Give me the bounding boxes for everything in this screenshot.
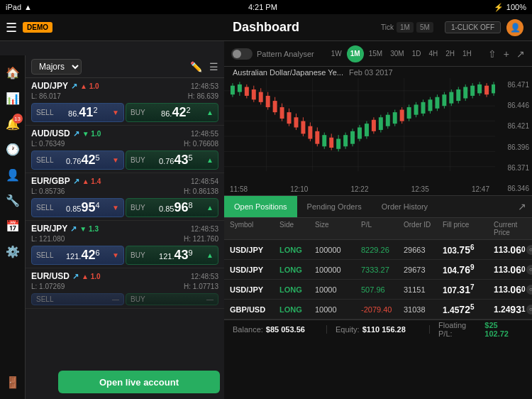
crosshair-icon[interactable]: + bbox=[504, 48, 509, 60]
sidebar-item-person[interactable]: 👤 bbox=[1, 163, 24, 186]
svg-rect-80 bbox=[470, 86, 475, 96]
top-bar: ☰ DEMO bbox=[0, 14, 224, 41]
svg-rect-16 bbox=[245, 87, 249, 95]
sell-button-eurusd[interactable]: SELL — bbox=[31, 293, 124, 305]
buy-button-audusd[interactable]: BUY 0.76435 ▲ bbox=[126, 151, 218, 170]
sidebar-item-home[interactable]: 🏠 bbox=[1, 61, 24, 84]
cell-pl-2: 507.96 bbox=[361, 285, 404, 294]
period-2h-btn[interactable]: 2H bbox=[443, 48, 458, 59]
period-1w-btn[interactable]: 1W bbox=[328, 48, 345, 59]
sidebar-item-chart[interactable]: 📊 bbox=[1, 87, 24, 109]
account-icon[interactable]: 👤 bbox=[506, 19, 523, 36]
floating-label: Floating P/L: bbox=[438, 321, 482, 338]
sell-button-eurgbp[interactable]: SELL 0.85954 ▼ bbox=[31, 198, 124, 217]
svg-rect-76 bbox=[456, 89, 460, 101]
hamburger-icon[interactable]: ☰ bbox=[6, 20, 17, 35]
pattern-analyser-toggle[interactable] bbox=[231, 48, 253, 60]
market-filter[interactable]: Majors bbox=[31, 59, 82, 75]
time-label-3: 12:22 bbox=[350, 185, 368, 193]
cell-current-1: 113.060 ○ ✕ bbox=[494, 264, 532, 275]
timestamp: 12:48:54 bbox=[191, 177, 218, 185]
position-row-2: USD/JPY LONG 10000 507.96 31151 107.317 … bbox=[224, 280, 532, 300]
period-5m-btn[interactable]: 5M bbox=[416, 22, 433, 33]
edit-icon[interactable]: ✏️ bbox=[190, 61, 202, 72]
balance-value: $85 053.56 bbox=[266, 325, 305, 334]
svg-rect-60 bbox=[400, 110, 404, 121]
sidebar-item-notifications[interactable]: 🔔 13 bbox=[1, 112, 24, 135]
col-header-fill: Fill price bbox=[443, 221, 494, 236]
period-1h-btn[interactable]: 1H bbox=[460, 48, 475, 59]
tab-expand-icon[interactable]: ↗ bbox=[512, 201, 532, 212]
tab-order-history[interactable]: Order History bbox=[372, 196, 438, 217]
list-icon[interactable]: ☰ bbox=[209, 61, 218, 72]
open-live-account-button[interactable]: Open live account bbox=[58, 371, 220, 393]
svg-rect-28 bbox=[287, 112, 292, 124]
buy-button-audjpy[interactable]: BUY 86.422 ▲ bbox=[126, 103, 218, 122]
price-label-2: 86.446 bbox=[495, 102, 532, 109]
cell-size-0: 100000 bbox=[315, 246, 361, 254]
svg-rect-72 bbox=[442, 94, 446, 106]
sell-button-eurjpy[interactable]: SELL 121.426 ▼ bbox=[31, 246, 124, 265]
low-price: L: 0.85736 bbox=[31, 187, 65, 195]
col-header-size: Size bbox=[315, 221, 361, 236]
sell-button-audjpy[interactable]: SELL 86.412 ▼ bbox=[31, 103, 124, 122]
period-1m-active-btn[interactable]: 1M bbox=[347, 45, 364, 62]
price-label-6: 86.346 bbox=[495, 185, 532, 192]
svg-rect-46 bbox=[350, 131, 355, 144]
col-header-orderid: Order ID bbox=[404, 221, 443, 236]
footer: Balance: $85 053.56 Equity: $110 156.28 … bbox=[224, 319, 532, 338]
tab-open-positions[interactable]: Open Positions bbox=[224, 196, 297, 217]
sidebar-item-calendar[interactable]: 📅 bbox=[1, 214, 24, 237]
buy-button-eurjpy[interactable]: BUY 121.439 ▲ bbox=[126, 246, 218, 265]
instrument-eurgbp: EUR/GBP ↗ ▲ 1.4 12:48:54 L: 0.85736 H: 0… bbox=[26, 173, 224, 221]
svg-rect-14 bbox=[238, 84, 242, 92]
low-price: L: 0.76349 bbox=[31, 140, 65, 148]
sidebar-item-tools[interactable]: 🔧 bbox=[1, 189, 24, 212]
period-30m-btn[interactable]: 30M bbox=[387, 48, 406, 59]
time-axis: 11:58 12:10 12:22 12:35 12:47 bbox=[224, 182, 495, 195]
cell-fill-2: 107.317 bbox=[443, 283, 494, 295]
svg-rect-26 bbox=[280, 107, 284, 119]
sidebar-item-clock[interactable]: 🕐 bbox=[1, 138, 24, 160]
dashboard-title: Dashboard bbox=[233, 20, 330, 35]
sidebar-item-settings[interactable]: ⚙️ bbox=[1, 240, 24, 263]
price-label-5: 86.371 bbox=[495, 164, 532, 172]
svg-rect-52 bbox=[372, 120, 376, 131]
col-header-symbol: Symbol bbox=[230, 221, 279, 236]
sidebar-item-logout[interactable]: 🚪 bbox=[1, 371, 24, 393]
period-15m-btn[interactable]: 15M bbox=[366, 48, 385, 59]
sell-button-audusd[interactable]: SELL 0.76425 ▼ bbox=[31, 151, 124, 170]
cell-pl-1: 7333.27 bbox=[361, 266, 404, 274]
high-price: H: 0.76608 bbox=[184, 140, 218, 148]
instrument-audjpy: AUD/JPY ↗ ▲ 1.0 12:48:53 L: 86.017 H: 86… bbox=[26, 78, 224, 126]
period-1d-btn[interactable]: 1D bbox=[409, 48, 424, 59]
svg-rect-50 bbox=[365, 124, 369, 136]
buy-button-eurusd[interactable]: BUY — bbox=[126, 293, 218, 305]
low-price: L: 86.017 bbox=[31, 92, 61, 100]
high-price: H: 86.639 bbox=[188, 92, 218, 100]
svg-rect-78 bbox=[463, 87, 467, 98]
svg-rect-64 bbox=[414, 104, 419, 114]
period-4h-btn[interactable]: 4H bbox=[426, 48, 440, 59]
expand-icon[interactable]: ↗ bbox=[516, 48, 525, 60]
balance-label: Balance: bbox=[233, 325, 263, 334]
tab-pending-orders[interactable]: Pending Orders bbox=[297, 196, 372, 217]
pair-name: EUR/GBP ↗ ▲ 1.4 bbox=[31, 176, 101, 186]
high-price: H: 1.07713 bbox=[184, 283, 218, 290]
high-price: H: 121.760 bbox=[184, 235, 218, 243]
timestamp: 12:48:55 bbox=[191, 130, 218, 138]
one-click-button[interactable]: 1-CLICK OFF bbox=[445, 21, 501, 33]
timestamp: 12:48:53 bbox=[191, 82, 218, 90]
low-price: L: 1.07269 bbox=[31, 283, 65, 290]
svg-rect-74 bbox=[449, 92, 453, 104]
table-header: Symbol Side Size P/L Order ID Fill price… bbox=[224, 218, 532, 240]
timestamp: 12:48:53 bbox=[191, 225, 218, 233]
cell-side-3: LONG bbox=[279, 305, 315, 314]
share-icon[interactable]: ⇧ bbox=[488, 48, 497, 60]
candlestick-chart bbox=[224, 78, 495, 182]
chart-date: Feb 03 2017 bbox=[349, 68, 393, 77]
buy-button-eurgbp[interactable]: BUY 0.85968 ▲ bbox=[126, 198, 218, 217]
cell-current-2: 113.060 ○ ✕ bbox=[494, 284, 532, 295]
time-label-1: 11:58 bbox=[230, 185, 248, 193]
period-1m-btn[interactable]: 1M bbox=[397, 22, 414, 33]
